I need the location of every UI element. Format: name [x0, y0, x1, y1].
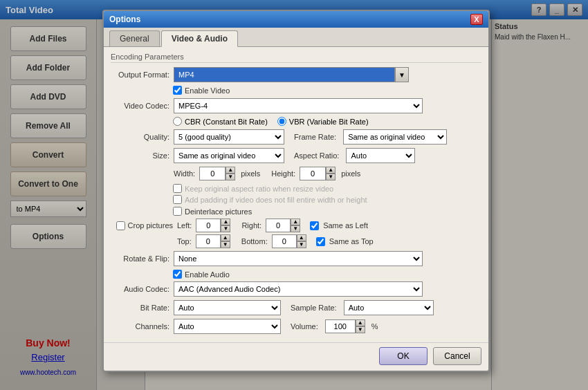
quality-select[interactable]: 5 (good quality) [174, 129, 284, 145]
bottom-spin-up[interactable]: ▲ [297, 234, 306, 241]
dialog-close-button[interactable]: X [470, 14, 483, 25]
crop-label: Crop pictures [128, 221, 173, 230]
sample-rate-label: Sample Rate: [291, 304, 337, 312]
sample-rate-select[interactable]: Auto [344, 300, 434, 315]
height-spin-up[interactable]: ▲ [326, 167, 336, 174]
rotate-flip-row: Rotate & Flip: None [111, 251, 481, 266]
width-spinbox: ▲ ▼ [199, 167, 235, 180]
enable-video-row: Enable Video [173, 86, 481, 95]
top-bottom-row: Top: ▲ ▼ Bottom: ▲ ▼ Same as Top [111, 234, 481, 248]
right-spin-up[interactable]: ▲ [291, 219, 300, 225]
deinterlace-checkbox[interactable] [173, 207, 182, 216]
left-spin-buttons: ▲ ▼ [221, 219, 230, 232]
bottom-spinbox: ▲ ▼ [272, 234, 306, 248]
dialog-tabs: General Video & Audio [104, 28, 488, 47]
cbr-radio[interactable] [173, 117, 182, 126]
keep-ratio-checkbox[interactable] [173, 184, 182, 193]
enable-video-checkbox[interactable] [173, 86, 182, 95]
bitrate-mode-row: CBR (Constant Bit Rate) VBR (Variable Bi… [173, 117, 481, 126]
height-input[interactable] [300, 167, 326, 180]
top-spin-down[interactable]: ▼ [221, 241, 230, 248]
volume-spin-buttons: ▲ ▼ [356, 319, 365, 333]
tab-general[interactable]: General [109, 30, 160, 46]
width-spin-down[interactable]: ▼ [226, 174, 235, 180]
quality-label: Quality: [111, 133, 169, 141]
height-pixels-label: pixels [341, 169, 360, 178]
video-codec-row: Video Codec: MPEG-4 [111, 98, 481, 113]
crop-checkbox-container: Crop pictures [111, 221, 173, 230]
output-format-row: Output Format: MP4 ▼ [111, 67, 481, 82]
width-spin-buttons: ▲ ▼ [226, 167, 235, 180]
framerate-select[interactable]: Same as original video [343, 129, 447, 145]
deinterlace-row: Deinterlace pictures [173, 207, 481, 216]
width-spin-up[interactable]: ▲ [226, 167, 235, 174]
video-codec-select[interactable]: MPEG-4 [174, 98, 423, 113]
right-spinbox: ▲ ▼ [266, 219, 300, 232]
width-label: Width: [174, 169, 195, 178]
framerate-label: Frame Rate: [294, 133, 336, 141]
keep-ratio-label: Keep original aspect ratio when resize v… [185, 185, 333, 193]
same-as-top-label: Same as Top [329, 237, 374, 245]
audio-codec-row: Audio Codec: AAC (Advanced Audio Codec) [111, 281, 481, 297]
add-padding-row: Add padding if video does not fill entir… [173, 195, 481, 204]
dialog-buttons: OK Cancel [104, 342, 488, 371]
left-spin-down[interactable]: ▼ [221, 225, 230, 232]
enable-audio-row: Enable Audio [173, 270, 481, 279]
left-input[interactable] [196, 219, 221, 232]
audio-codec-label: Audio Codec: [111, 285, 169, 293]
bottom-spin-down[interactable]: ▼ [297, 241, 306, 248]
output-format-control: MP4 ▼ [174, 67, 409, 82]
options-dialog: Options X General Video & Audio Encoding… [102, 10, 490, 372]
top-input[interactable] [196, 234, 221, 248]
vbr-radio[interactable] [277, 117, 286, 126]
cbr-radio-label: CBR (Constant Bit Rate) [173, 117, 268, 126]
top-spin-up[interactable]: ▲ [221, 234, 230, 241]
right-spin-down[interactable]: ▼ [291, 225, 300, 232]
channels-select[interactable]: Auto [174, 319, 281, 334]
dialog-title: Options [109, 15, 140, 24]
right-input[interactable] [266, 219, 291, 232]
dialog-content: Encoding Parameters Output Format: MP4 ▼… [104, 47, 488, 342]
bit-rate-label: Bit Rate: [111, 304, 169, 312]
crop-checkbox[interactable] [116, 221, 125, 230]
keep-ratio-row: Keep original aspect ratio when resize v… [173, 184, 481, 193]
same-as-top-checkbox[interactable] [316, 237, 325, 246]
output-format-value[interactable]: MP4 [174, 67, 395, 82]
right-label: Right: [241, 221, 261, 230]
rotate-flip-select[interactable]: None [174, 251, 423, 266]
enable-audio-checkbox[interactable] [173, 270, 182, 279]
add-padding-label: Add padding if video does not fill entir… [185, 196, 367, 204]
size-aspect-row: Size: Same as original video Aspect Rati… [111, 148, 481, 163]
ok-button[interactable]: OK [379, 347, 428, 365]
channels-label: Channels: [111, 322, 169, 331]
volume-unit-label: % [371, 322, 378, 331]
output-format-dropdown[interactable]: ▼ [395, 67, 409, 82]
volume-spin-down[interactable]: ▼ [356, 326, 365, 333]
width-pixels-label: pixels [241, 169, 260, 178]
audio-codec-select[interactable]: AAC (Advanced Audio Codec) [174, 281, 423, 297]
right-spin-buttons: ▲ ▼ [291, 219, 300, 232]
top-spin-buttons: ▲ ▼ [221, 234, 230, 248]
volume-spinbox: ▲ ▼ [325, 319, 365, 333]
enable-video-label: Enable Video [185, 86, 230, 95]
volume-input[interactable] [325, 319, 356, 333]
volume-spin-up[interactable]: ▲ [356, 319, 365, 326]
height-spinbox: ▲ ▼ [300, 167, 336, 180]
tab-video-audio[interactable]: Video & Audio [161, 30, 238, 47]
same-as-left-label: Same as Left [323, 221, 368, 230]
aspect-select[interactable]: Auto [346, 148, 415, 163]
add-padding-checkbox[interactable] [173, 195, 182, 204]
height-spin-buttons: ▲ ▼ [326, 167, 336, 180]
bottom-input[interactable] [272, 234, 297, 248]
deinterlace-label: Deinterlace pictures [185, 207, 252, 216]
same-as-left-checkbox[interactable] [310, 221, 319, 230]
aspect-label: Aspect Ratio: [294, 151, 339, 160]
left-spin-up[interactable]: ▲ [221, 219, 230, 225]
vbr-radio-label: VBR (Variable Bit Rate) [277, 117, 369, 126]
width-input[interactable] [199, 167, 226, 180]
enable-audio-label: Enable Audio [185, 270, 230, 279]
cancel-button[interactable]: Cancel [433, 347, 481, 365]
bit-rate-select[interactable]: Auto [174, 300, 281, 315]
size-select[interactable]: Same as original video [174, 148, 284, 163]
height-spin-down[interactable]: ▼ [326, 174, 336, 180]
